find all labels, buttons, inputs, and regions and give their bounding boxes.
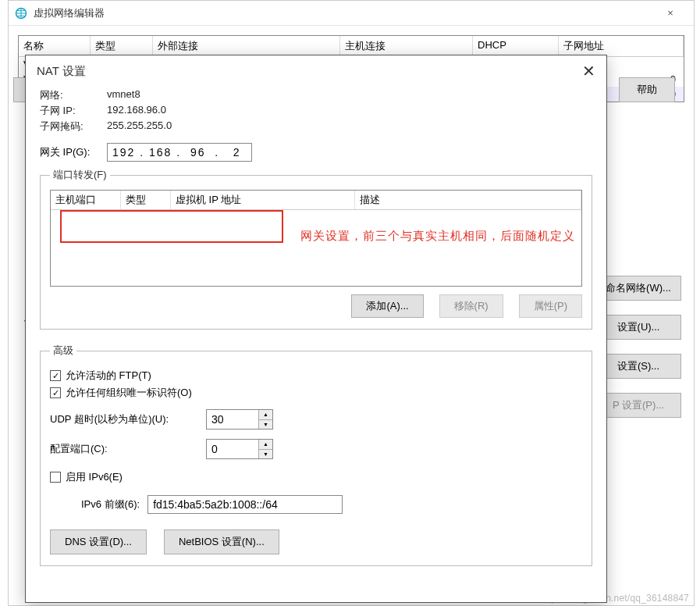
pf-col-hostport: 主机端口 <box>51 191 121 210</box>
nat-settings-dialog: NAT 设置 ✕ 网络: vmnet8 子网 IP: 192.168.96.0 … <box>25 55 607 603</box>
parent-title: 虚拟网络编辑器 <box>34 6 653 20</box>
subnet-ip-label: 子网 IP: <box>40 104 107 118</box>
close-icon[interactable]: ✕ <box>582 62 595 80</box>
allow-oui-label: 允许任何组织唯一标识符(O) <box>66 386 192 400</box>
pf-col-type: 类型 <box>121 191 171 210</box>
col-subnet: 子网地址 <box>559 36 684 56</box>
gateway-ip-input[interactable] <box>107 143 252 162</box>
advanced-group: 高级 允许活动的 FTP(T) 允许任何组织唯一标识符(O) UDP 超时(以秒… <box>40 344 592 566</box>
col-ext: 外部连接 <box>153 36 340 56</box>
pf-col-vmip: 虚拟机 IP 地址 <box>171 191 355 210</box>
col-host: 主机连接 <box>340 36 473 56</box>
port-forward-legend: 端口转发(F) <box>50 168 110 182</box>
parent-titlebar: 虚拟网络编辑器 × <box>9 1 694 26</box>
gateway-ip-label: 网关 IP(G): <box>40 145 107 159</box>
pf-remove-button: 移除(R) <box>439 294 503 318</box>
enable-ipv6-label: 启用 IPv6(E) <box>66 470 123 484</box>
network-value: vmnet8 <box>107 88 140 102</box>
subnet-mask-value: 255.255.255.0 <box>107 119 172 134</box>
subnet-mask-label: 子网掩码: <box>40 119 107 134</box>
chevron-down-icon[interactable]: ▼ <box>259 420 272 430</box>
udp-timeout-input[interactable] <box>207 410 258 429</box>
nat-titlebar: NAT 设置 ✕ <box>26 55 606 87</box>
port-forward-group: 端口转发(F) 主机端口 类型 虚拟机 IP 地址 描述 添加(A)... 移除… <box>40 168 592 330</box>
col-type: 类型 <box>91 36 153 56</box>
table-header: 名称 类型 外部连接 主机连接 DHCP 子网地址 <box>19 36 684 57</box>
col-name: 名称 <box>19 36 91 56</box>
advanced-legend: 高级 <box>50 344 76 358</box>
allow-ftp-label: 允许活动的 FTP(T) <box>66 369 151 383</box>
network-label: 网络: <box>40 88 107 102</box>
chevron-down-icon[interactable]: ▼ <box>259 450 272 459</box>
enable-ipv6-checkbox[interactable] <box>50 472 61 483</box>
hostonly-settings-button: P 设置(P)... <box>595 393 681 418</box>
annotation-text: 网关设置，前三个与真实主机相同，后面随机定义 <box>300 229 575 244</box>
udp-timeout-label: UDP 超时(以秒为单位)(U): <box>50 412 198 426</box>
config-port-input[interactable] <box>207 440 258 458</box>
config-port-spinner[interactable]: ▲▼ <box>206 439 273 459</box>
nat-settings-button[interactable]: 设置(S)... <box>595 354 681 379</box>
chevron-up-icon[interactable]: ▲ <box>259 410 272 420</box>
col-dhcp: DHCP <box>473 36 559 56</box>
pf-add-button[interactable]: 添加(A)... <box>351 294 423 318</box>
netbios-settings-button[interactable]: NetBIOS 设置(N)... <box>164 529 279 554</box>
config-port-label: 配置端口(C): <box>50 442 198 456</box>
help-button[interactable]: 帮助 <box>619 77 675 102</box>
chevron-up-icon[interactable]: ▲ <box>259 440 272 450</box>
pf-props-button: 属性(P) <box>519 294 582 318</box>
close-icon[interactable]: × <box>653 1 688 25</box>
allow-oui-checkbox[interactable] <box>50 387 61 398</box>
nat-title: NAT 设置 <box>37 64 86 79</box>
dns-settings-button[interactable]: DNS 设置(D)... <box>50 529 147 554</box>
dhcp-settings-button[interactable]: 设置(U)... <box>595 315 681 340</box>
subnet-ip-value: 192.168.96.0 <box>107 104 166 118</box>
ipv6-prefix-input[interactable] <box>147 495 343 514</box>
pf-col-desc: 描述 <box>355 191 581 210</box>
globe-icon <box>15 7 27 20</box>
allow-ftp-checkbox[interactable] <box>50 370 61 381</box>
rename-network-button[interactable]: 命名网络(W)... <box>595 276 681 301</box>
ipv6-prefix-label: IPv6 前缀(6): <box>81 497 140 512</box>
udp-timeout-spinner[interactable]: ▲▼ <box>206 409 273 430</box>
